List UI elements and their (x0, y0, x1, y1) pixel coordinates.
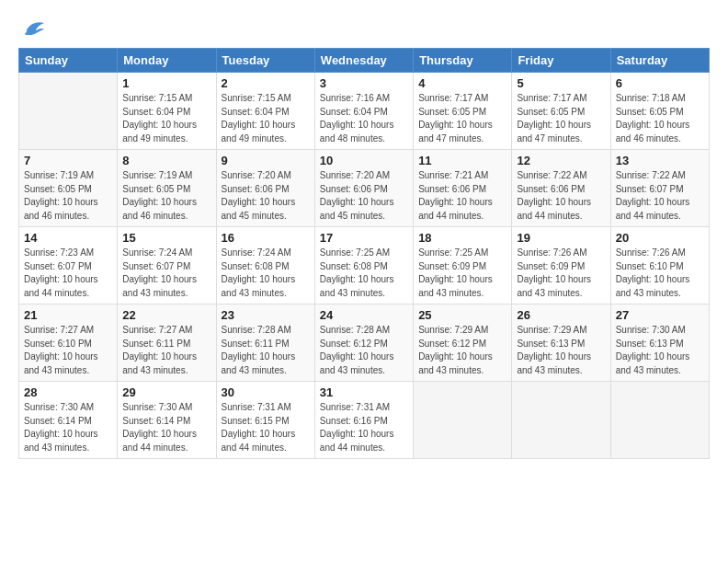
day-info: Sunrise: 7:20 AM Sunset: 6:06 PM Dayligh… (320, 169, 408, 223)
day-info: Sunrise: 7:24 AM Sunset: 6:07 PM Dayligh… (122, 247, 210, 300)
day-info: Sunrise: 7:30 AM Sunset: 6:14 PM Dayligh… (122, 401, 210, 454)
calendar-day-header: Monday (118, 49, 216, 73)
calendar-week-row: 1Sunrise: 7:15 AM Sunset: 6:04 PM Daylig… (19, 73, 710, 150)
day-info: Sunrise: 7:17 AM Sunset: 6:05 PM Dayligh… (418, 92, 506, 145)
calendar-cell: 31Sunrise: 7:31 AM Sunset: 6:16 PM Dayli… (314, 382, 413, 459)
day-info: Sunrise: 7:15 AM Sunset: 6:04 PM Dayligh… (222, 92, 310, 145)
calendar-cell: 6Sunrise: 7:18 AM Sunset: 6:05 PM Daylig… (610, 73, 709, 150)
day-number: 24 (320, 308, 408, 322)
calendar-cell: 8Sunrise: 7:19 AM Sunset: 6:05 PM Daylig… (118, 150, 216, 227)
calendar-table: SundayMondayTuesdayWednesdayThursdayFrid… (18, 48, 710, 459)
page-container: SundayMondayTuesdayWednesdayThursdayFrid… (0, 0, 728, 468)
calendar-cell: 10Sunrise: 7:20 AM Sunset: 6:06 PM Dayli… (314, 150, 413, 227)
calendar-cell: 19Sunrise: 7:26 AM Sunset: 6:09 PM Dayli… (512, 227, 610, 304)
day-number: 7 (24, 154, 112, 167)
day-info: Sunrise: 7:19 AM Sunset: 6:05 PM Dayligh… (122, 169, 210, 223)
day-info: Sunrise: 7:26 AM Sunset: 6:09 PM Dayligh… (517, 247, 605, 300)
day-number: 18 (418, 231, 506, 245)
day-number: 8 (122, 154, 210, 167)
day-info: Sunrise: 7:20 AM Sunset: 6:06 PM Dayligh… (222, 169, 310, 223)
calendar-cell: 18Sunrise: 7:25 AM Sunset: 6:09 PM Dayli… (414, 227, 512, 304)
calendar-header-row: SundayMondayTuesdayWednesdayThursdayFrid… (19, 49, 710, 73)
day-info: Sunrise: 7:16 AM Sunset: 6:04 PM Dayligh… (320, 92, 408, 145)
day-info: Sunrise: 7:29 AM Sunset: 6:13 PM Dayligh… (517, 324, 605, 377)
calendar-cell: 23Sunrise: 7:28 AM Sunset: 6:11 PM Dayli… (216, 304, 314, 382)
day-info: Sunrise: 7:29 AM Sunset: 6:12 PM Dayligh… (418, 324, 506, 377)
calendar-cell: 27Sunrise: 7:30 AM Sunset: 6:13 PM Dayli… (610, 304, 709, 382)
day-number: 4 (418, 76, 506, 90)
day-number: 10 (320, 154, 408, 167)
day-number: 3 (320, 76, 408, 90)
calendar-cell: 21Sunrise: 7:27 AM Sunset: 6:10 PM Dayli… (19, 304, 118, 382)
calendar-week-row: 14Sunrise: 7:23 AM Sunset: 6:07 PM Dayli… (19, 227, 710, 304)
day-number: 2 (222, 76, 310, 90)
day-info: Sunrise: 7:30 AM Sunset: 6:14 PM Dayligh… (24, 401, 112, 454)
day-info: Sunrise: 7:19 AM Sunset: 6:05 PM Dayligh… (24, 169, 112, 223)
calendar-cell (512, 382, 610, 459)
calendar-cell: 26Sunrise: 7:29 AM Sunset: 6:13 PM Dayli… (512, 304, 610, 382)
day-number: 1 (122, 76, 210, 90)
calendar-cell: 2Sunrise: 7:15 AM Sunset: 6:04 PM Daylig… (216, 73, 314, 150)
calendar-day-header: Tuesday (216, 49, 314, 73)
day-number: 29 (122, 385, 210, 399)
logo-bird-icon (20, 17, 46, 42)
day-number: 9 (222, 154, 310, 167)
day-number: 27 (616, 308, 704, 322)
day-number: 19 (517, 231, 605, 245)
calendar-cell: 13Sunrise: 7:22 AM Sunset: 6:07 PM Dayli… (610, 150, 709, 227)
day-info: Sunrise: 7:25 AM Sunset: 6:08 PM Dayligh… (320, 247, 408, 300)
day-number: 31 (320, 385, 408, 399)
day-info: Sunrise: 7:22 AM Sunset: 6:07 PM Dayligh… (616, 169, 704, 223)
day-info: Sunrise: 7:21 AM Sunset: 6:06 PM Dayligh… (418, 169, 506, 223)
day-number: 15 (122, 231, 210, 245)
day-info: Sunrise: 7:15 AM Sunset: 6:04 PM Dayligh… (122, 92, 210, 145)
day-number: 5 (517, 76, 605, 90)
calendar-cell: 7Sunrise: 7:19 AM Sunset: 6:05 PM Daylig… (19, 150, 118, 227)
day-info: Sunrise: 7:27 AM Sunset: 6:10 PM Dayligh… (24, 324, 112, 377)
calendar-cell: 11Sunrise: 7:21 AM Sunset: 6:06 PM Dayli… (414, 150, 512, 227)
day-number: 6 (616, 76, 704, 90)
day-number: 28 (24, 385, 112, 399)
day-info: Sunrise: 7:22 AM Sunset: 6:06 PM Dayligh… (517, 169, 605, 223)
calendar-day-header: Friday (512, 49, 610, 73)
calendar-week-row: 21Sunrise: 7:27 AM Sunset: 6:10 PM Dayli… (19, 304, 710, 382)
calendar-cell (19, 73, 118, 150)
calendar-day-header: Sunday (19, 49, 118, 73)
calendar-cell: 24Sunrise: 7:28 AM Sunset: 6:12 PM Dayli… (314, 304, 413, 382)
day-number: 14 (24, 231, 112, 245)
calendar-cell: 16Sunrise: 7:24 AM Sunset: 6:08 PM Dayli… (216, 227, 314, 304)
day-info: Sunrise: 7:27 AM Sunset: 6:11 PM Dayligh… (122, 324, 210, 377)
day-info: Sunrise: 7:23 AM Sunset: 6:07 PM Dayligh… (24, 247, 112, 300)
day-info: Sunrise: 7:30 AM Sunset: 6:13 PM Dayligh… (616, 324, 704, 377)
day-number: 23 (222, 308, 310, 322)
calendar-cell: 3Sunrise: 7:16 AM Sunset: 6:04 PM Daylig… (314, 73, 413, 150)
calendar-cell (610, 382, 709, 459)
day-info: Sunrise: 7:25 AM Sunset: 6:09 PM Dayligh… (418, 247, 506, 300)
logo (18, 17, 46, 39)
day-number: 21 (24, 308, 112, 322)
day-info: Sunrise: 7:26 AM Sunset: 6:10 PM Dayligh… (616, 247, 704, 300)
calendar-cell: 17Sunrise: 7:25 AM Sunset: 6:08 PM Dayli… (314, 227, 413, 304)
day-number: 12 (517, 154, 605, 167)
day-info: Sunrise: 7:17 AM Sunset: 6:05 PM Dayligh… (517, 92, 605, 145)
calendar-day-header: Wednesday (314, 49, 413, 73)
calendar-week-row: 28Sunrise: 7:30 AM Sunset: 6:14 PM Dayli… (19, 382, 710, 459)
day-number: 25 (418, 308, 506, 322)
calendar-cell: 5Sunrise: 7:17 AM Sunset: 6:05 PM Daylig… (512, 73, 610, 150)
calendar-day-header: Saturday (610, 49, 709, 73)
day-number: 20 (616, 231, 704, 245)
calendar-cell: 28Sunrise: 7:30 AM Sunset: 6:14 PM Dayli… (19, 382, 118, 459)
calendar-cell: 20Sunrise: 7:26 AM Sunset: 6:10 PM Dayli… (610, 227, 709, 304)
day-number: 30 (222, 385, 310, 399)
calendar-cell: 25Sunrise: 7:29 AM Sunset: 6:12 PM Dayli… (414, 304, 512, 382)
day-info: Sunrise: 7:28 AM Sunset: 6:12 PM Dayligh… (320, 324, 408, 377)
calendar-cell: 14Sunrise: 7:23 AM Sunset: 6:07 PM Dayli… (19, 227, 118, 304)
calendar-day-header: Thursday (414, 49, 512, 73)
calendar-cell: 29Sunrise: 7:30 AM Sunset: 6:14 PM Dayli… (118, 382, 216, 459)
day-number: 26 (517, 308, 605, 322)
day-number: 16 (222, 231, 310, 245)
day-number: 17 (320, 231, 408, 245)
calendar-cell: 9Sunrise: 7:20 AM Sunset: 6:06 PM Daylig… (216, 150, 314, 227)
calendar-cell: 30Sunrise: 7:31 AM Sunset: 6:15 PM Dayli… (216, 382, 314, 459)
calendar-week-row: 7Sunrise: 7:19 AM Sunset: 6:05 PM Daylig… (19, 150, 710, 227)
